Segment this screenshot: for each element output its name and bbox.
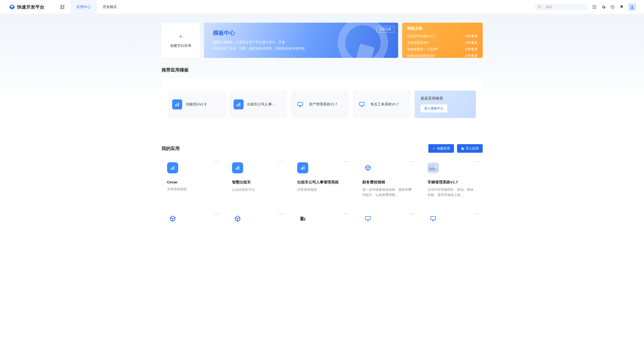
app-card[interactable]: 财务费控报销 进一步升级备用金核销、报销等费控能力，让各类费用预… (357, 157, 418, 205)
app-name: 出租车公司人事管理系统 (297, 180, 347, 185)
app-more-menu[interactable] (344, 161, 349, 162)
svg-point-35 (279, 161, 280, 162)
help-question: 如何搭建应用? (407, 41, 429, 45)
app-more-menu[interactable] (214, 213, 218, 215)
svg-rect-76 (431, 216, 436, 220)
svg-rect-39 (237, 167, 238, 170)
avatar[interactable] (628, 3, 636, 11)
help-docs-panel: 帮助文档 轻应用可以做什么？ 立即查看 如何搭建应用? 立即查看 如何创建第一个… (402, 23, 483, 58)
svg-rect-19 (178, 102, 179, 106)
app-desc: 没有添加描述 (167, 187, 217, 192)
app-icon (297, 162, 308, 173)
svg-rect-11 (595, 7, 596, 7)
svg-rect-22 (240, 102, 240, 106)
svg-point-69 (413, 213, 414, 214)
app-card[interactable] (292, 210, 352, 225)
svg-point-43 (348, 161, 349, 162)
svg-point-61 (283, 213, 283, 214)
search-input[interactable] (546, 5, 585, 9)
import-app-button[interactable]: 导入应用 (457, 144, 483, 153)
app-name: Cesar (167, 180, 217, 184)
more-title: 更多应用推荐 (421, 96, 470, 101)
recommended-section-title: 推荐应用模板 (162, 67, 483, 73)
app-more-menu[interactable] (409, 161, 414, 162)
my-apps-grid-partial (162, 210, 483, 225)
app-desc: 没有添加描述 (297, 187, 347, 192)
app-more-menu[interactable] (344, 213, 349, 215)
template-name: 出租车公司人事… (247, 102, 275, 107)
logo[interactable]: 快速开发平台 (9, 4, 44, 10)
help-view-link[interactable]: 立即查看 (465, 54, 478, 58)
recommended-template-card[interactable]: 功能演示v1.9 (168, 91, 226, 118)
app-card[interactable] (162, 210, 222, 225)
search-box[interactable] (535, 4, 588, 10)
svg-point-15 (612, 6, 613, 7)
svg-rect-17 (175, 104, 176, 106)
tab-devmode[interactable]: 开发模式 (97, 0, 123, 14)
app-card[interactable] (422, 210, 483, 225)
gear-icon[interactable] (601, 5, 606, 9)
app-card[interactable]: 出租车公司人事管理系统 没有添加描述 (292, 157, 352, 205)
search-icon (538, 5, 541, 9)
svg-point-68 (411, 213, 412, 214)
help-view-link[interactable]: 立即查看 (465, 41, 478, 45)
app-card[interactable]: 车辆管理系统V1.7 公司针对车辆用车、加油、维保、年检、违章等做线上统… (422, 157, 483, 205)
app-card[interactable] (357, 210, 418, 225)
bell-icon[interactable] (619, 5, 624, 9)
svg-rect-23 (298, 102, 303, 105)
header-right (535, 3, 636, 11)
svg-point-59 (279, 213, 280, 214)
app-desc: 公司针对车辆用车、加油、维保、年检、违章等做线上统… (428, 187, 477, 198)
svg-point-73 (475, 213, 475, 214)
apps-icon[interactable] (592, 5, 597, 9)
help-item: 如何访问我的应用? 立即查看 (407, 53, 478, 59)
settings-icon[interactable] (610, 5, 615, 9)
help-question: 如何访问我的应用? (407, 54, 435, 58)
recommended-template-card[interactable]: 出租车公司人事… (230, 91, 287, 118)
create-blank-app[interactable]: ＋ 创建空白应用 (162, 23, 200, 58)
svg-point-74 (476, 213, 477, 214)
template-center-banner[interactable]: 模板中心 精选行业模板，方案完全基于平台进行设计、开发。 平台提供了安全、可靠、… (204, 23, 398, 58)
app-icon (167, 162, 178, 173)
tab-home[interactable] (54, 0, 70, 14)
plus-icon: ＋ (432, 146, 436, 151)
svg-rect-26 (359, 102, 364, 105)
help-item: 轻应用可以做什么？ 立即查看 (407, 33, 478, 40)
svg-rect-70 (365, 216, 370, 220)
app-more-menu[interactable] (475, 213, 479, 215)
tab-appcenter[interactable]: 应用中心 (70, 0, 97, 14)
svg-line-5 (540, 8, 541, 8)
install-log-badge[interactable]: 安装记录 (376, 26, 394, 32)
enter-template-center-button[interactable]: 进入模板中心 (421, 104, 447, 112)
svg-rect-13 (594, 8, 595, 9)
app-more-menu[interactable] (475, 161, 479, 162)
more-recommendations-card: 更多应用推荐 进入模板中心 (414, 91, 476, 118)
svg-rect-45 (302, 167, 303, 170)
recommended-template-card[interactable]: 资产管理系统V1.7 (291, 91, 349, 118)
app-card[interactable]: Cesar 没有添加描述 (162, 157, 222, 205)
svg-point-3 (63, 8, 64, 9)
recommended-template-card[interactable]: 售后工单系统V1.7 (353, 91, 410, 118)
svg-point-63 (346, 213, 347, 214)
template-name: 售后工单系统V1.7 (370, 102, 399, 107)
app-more-menu[interactable] (279, 161, 284, 162)
svg-point-60 (281, 213, 282, 214)
app-card[interactable] (226, 210, 287, 225)
app-more-menu[interactable] (279, 213, 284, 215)
create-app-button[interactable]: ＋ 创建应用 (428, 144, 454, 153)
svg-rect-8 (595, 5, 596, 6)
template-icon (234, 99, 244, 109)
template-name: 功能演示v1.9 (186, 102, 206, 107)
svg-rect-20 (237, 104, 238, 106)
app-icon (297, 213, 308, 224)
app-more-menu[interactable] (214, 161, 218, 162)
help-view-link[interactable]: 立即查看 (465, 47, 478, 52)
svg-rect-32 (171, 168, 171, 170)
svg-point-51 (476, 161, 477, 162)
app-more-menu[interactable] (409, 213, 414, 215)
top-row: ＋ 创建空白应用 模板中心 精选行业模板，方案完全基于平台进行设计、开发。 平台… (162, 23, 483, 58)
help-view-link[interactable]: 立即查看 (465, 34, 478, 38)
my-apps-actions: ＋ 创建应用 导入应用 (428, 144, 483, 153)
app-card[interactable]: 智慧出租车 公运出租车平台 (226, 157, 287, 205)
app-name: 车辆管理系统V1.7 (428, 180, 477, 185)
